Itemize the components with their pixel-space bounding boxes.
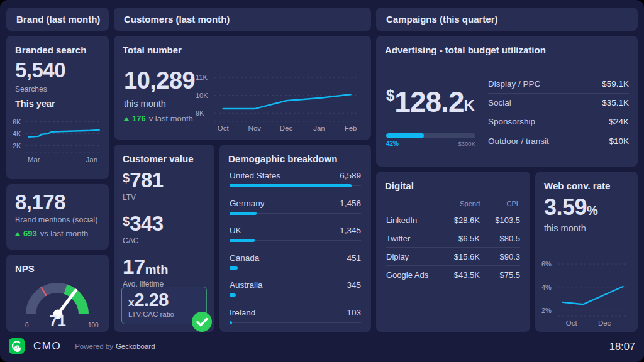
- dashboard: Brand (last month) Customers (last month…: [0, 0, 644, 362]
- panel-title: Advertising - total budget utilization: [385, 45, 631, 55]
- cell-channel: Twitter: [386, 234, 433, 243]
- country-value: 345: [347, 280, 361, 290]
- channel-label: Social: [488, 98, 511, 107]
- total-number-period: this month: [124, 99, 166, 109]
- panel-title: NPS: [15, 263, 103, 274]
- group-header-campaigns: Campaigns (this quarter): [376, 8, 638, 31]
- svg-text:2%: 2%: [541, 307, 552, 314]
- progress-pct-label: 42%: [386, 140, 399, 147]
- arrow-up-icon: [15, 232, 20, 236]
- metric-value: 17: [123, 255, 145, 278]
- country-label: Australia: [230, 280, 263, 290]
- ratio-value: 2.28: [134, 290, 168, 310]
- digital-table-header: Spend CPL: [386, 197, 520, 211]
- branded-search-unit: Searches: [15, 85, 47, 94]
- delta-value: 176: [132, 114, 146, 123]
- panel-title: Customer value: [123, 153, 208, 164]
- group-header-customers: Customers (last month): [114, 8, 371, 31]
- cell-channel: LinkedIn: [386, 216, 433, 225]
- panel-customer-value: Customer value $781 LTV $343 CAC 17mth A…: [114, 145, 214, 332]
- total-number-delta: 176 v last month: [124, 114, 193, 123]
- panel-nps: NPS 0 100 71: [6, 255, 109, 332]
- bar-track: [230, 293, 361, 297]
- cell-spend: $43.5K: [433, 270, 480, 280]
- channel-value: $10K: [609, 136, 629, 146]
- demographics-list: United States6,589 Germany1,456 UK1,345 …: [230, 171, 361, 324]
- arrow-up-icon: [124, 117, 129, 121]
- budget-progress: 42% $300K: [386, 133, 475, 147]
- channel-value: $35.1K: [602, 98, 629, 107]
- channel-label: Outdoor / transit: [488, 136, 549, 146]
- metric-suffix: mth: [145, 263, 169, 277]
- cell-spend: $28.6K: [433, 216, 480, 225]
- metric-label: LTV: [123, 193, 164, 202]
- digital-table: LinkedIn $28.6K $103.5 Twitter $6.5K $80…: [386, 211, 520, 283]
- demo-row-uk: UK1,345: [230, 226, 361, 242]
- web-conv-value: 3.59: [544, 194, 587, 220]
- currency-prefix: $: [386, 87, 394, 104]
- total-number-value: 10,289: [124, 67, 195, 94]
- svg-text:2K: 2K: [13, 142, 21, 150]
- branded-search-chart: 6K4K2KMarJan: [13, 114, 104, 164]
- country-label: Canada: [230, 253, 259, 263]
- adv-row-outdoor-transit: Outdoor / transit $10K: [488, 131, 629, 150]
- metric-prefix: $: [123, 214, 130, 228]
- cell-channel: Diplay: [386, 252, 433, 261]
- panel-brand-mentions: 8,178 Brand mentions (social) 693 vs las…: [6, 184, 109, 250]
- channel-label: Sponsorship: [488, 117, 535, 126]
- svg-text:Nov: Nov: [248, 124, 262, 132]
- col-header-spend: Spend: [433, 200, 480, 207]
- ltv-cac-ratio-box: x2.28 LTV:CAC ratio: [121, 287, 207, 324]
- svg-text:Feb: Feb: [345, 124, 357, 132]
- bar-track: [230, 321, 361, 324]
- cell-channel: Google Ads: [386, 270, 433, 280]
- web-conv-chart: 6%4%2%OctDec: [541, 255, 631, 327]
- country-label: Ireland: [230, 308, 255, 317]
- svg-text:Oct: Oct: [218, 124, 230, 132]
- cell-cpl: $90.3: [480, 252, 520, 261]
- bar-track: [230, 266, 361, 270]
- svg-text:Jan: Jan: [86, 156, 98, 163]
- cell-cpl: $80.5: [480, 234, 520, 243]
- check-icon: [191, 311, 213, 332]
- total-value: 128.2: [394, 85, 464, 118]
- country-value: 6,589: [340, 171, 361, 180]
- cell-cpl: $75.5: [480, 270, 520, 280]
- svg-text:Mar: Mar: [28, 156, 40, 163]
- branded-search-period: This year: [15, 99, 55, 109]
- panel-title: Demogaphic breakdown: [228, 153, 365, 164]
- brand-mentions-value: 8,178: [15, 190, 65, 214]
- brand-mentions-label: Brand mentions (social): [15, 216, 97, 224]
- metric-ltv: $781 LTV: [123, 168, 164, 202]
- country-value: 451: [347, 253, 361, 263]
- nps-value: 71: [6, 312, 109, 330]
- progress-max-label: $300K: [458, 140, 475, 147]
- delta-label: v last month: [149, 114, 193, 123]
- ratio-label: LTV:CAC ratio: [128, 310, 200, 318]
- web-conv-period: this month: [544, 223, 586, 233]
- metric-value: 781: [130, 168, 164, 192]
- bar: [230, 212, 257, 215]
- svg-text:Jan: Jan: [313, 124, 325, 132]
- svg-text:11K: 11K: [196, 74, 208, 81]
- panel-title: Digital: [385, 180, 524, 191]
- demo-row-canada: Canada451: [230, 253, 361, 270]
- svg-text:Dec: Dec: [598, 319, 611, 327]
- advertising-total: $128.2K: [386, 85, 475, 119]
- panel-web-conv-rate: Web conv. rate 3.59% this month 6%4%2%Oc…: [535, 172, 638, 332]
- panel-advertising: Advertising - total budget utilization $…: [376, 36, 638, 167]
- demo-row-united-states: United States6,589: [230, 171, 361, 187]
- progress-track: [386, 133, 475, 138]
- svg-text:6%: 6%: [541, 260, 552, 268]
- demo-row-germany: Germany1,456: [230, 199, 361, 215]
- bar-track: [230, 239, 361, 242]
- geckoboard-logo: [9, 338, 25, 354]
- panel-title: Total number: [123, 45, 365, 55]
- svg-text:9K: 9K: [196, 109, 204, 117]
- advertising-breakdown-list: Display / PPC $59.1K Social $35.1K Spons…: [488, 75, 629, 150]
- bar: [230, 184, 352, 187]
- adv-row-display-ppc: Display / PPC $59.1K: [488, 75, 629, 94]
- cell-spend: $15.6K: [433, 252, 480, 261]
- svg-text:Oct: Oct: [566, 319, 578, 327]
- panel-digital: Digital Spend CPL LinkedIn $28.6K $103.5…: [376, 172, 530, 332]
